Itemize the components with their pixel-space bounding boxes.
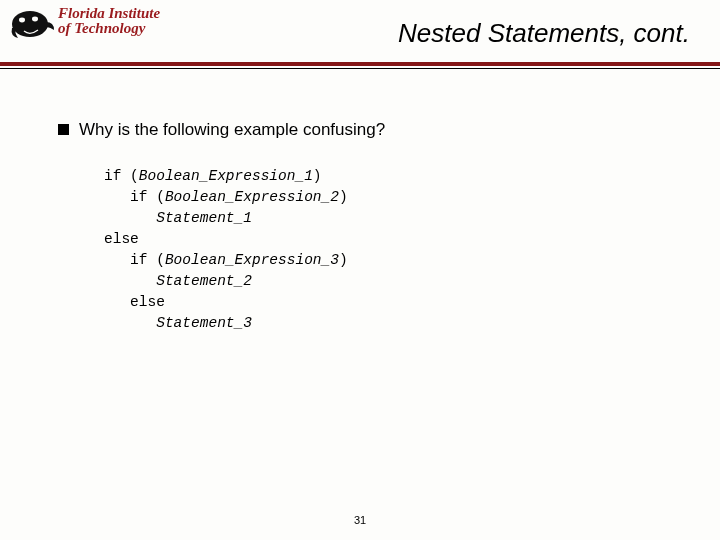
- svg-point-1: [19, 18, 25, 23]
- code-block: if (Boolean_Expression_1) if (Boolean_Ex…: [104, 166, 680, 334]
- svg-point-2: [32, 17, 38, 22]
- slide-header: Florida Institute of Technology Nested S…: [0, 0, 720, 62]
- institution-logo: Florida Institute of Technology: [8, 4, 178, 52]
- square-bullet-icon: [58, 124, 69, 135]
- header-rule-thin: [0, 68, 720, 69]
- code-line: if (Boolean_Expression_2): [104, 189, 348, 205]
- code-line: Statement_2: [104, 273, 252, 289]
- panther-icon: [8, 4, 56, 44]
- page-number: 31: [0, 514, 720, 526]
- code-line: Statement_3: [104, 315, 252, 331]
- code-line: Statement_1: [104, 210, 252, 226]
- slide-body: Why is the following example confusing? …: [58, 120, 680, 334]
- bullet-text: Why is the following example confusing?: [79, 120, 385, 140]
- header-rule-thick: [0, 62, 720, 66]
- code-line: if (Boolean_Expression_1): [104, 168, 322, 184]
- code-line: if (Boolean_Expression_3): [104, 252, 348, 268]
- slide-title: Nested Statements, cont.: [398, 18, 690, 49]
- logo-text: Florida Institute of Technology: [58, 6, 160, 36]
- code-line: else: [104, 294, 165, 310]
- code-line: else: [104, 231, 139, 247]
- logo-line1: Florida Institute: [58, 6, 160, 21]
- logo-line2: of Technology: [58, 21, 160, 36]
- bullet-item: Why is the following example confusing?: [58, 120, 680, 140]
